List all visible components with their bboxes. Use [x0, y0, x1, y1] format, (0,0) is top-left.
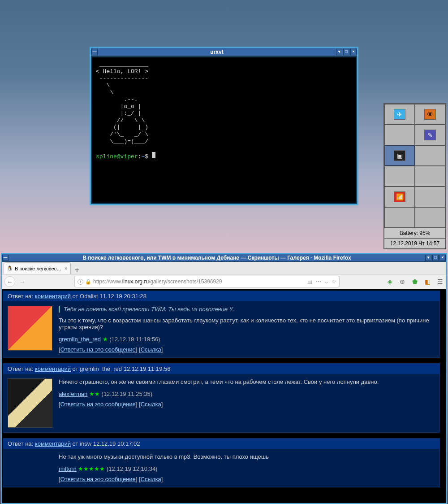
ext-1-icon[interactable]: ◈: [386, 278, 393, 285]
pager-cell-11[interactable]: [384, 207, 415, 228]
comment-date: (12.12.19 12:10:34): [105, 465, 157, 472]
prompt-user: spline@viper: [96, 153, 138, 160]
clock: 12.12.2019 Чт 14:57: [384, 238, 445, 248]
user-stars: ★: [103, 336, 108, 343]
eye-icon: 👁: [424, 109, 436, 120]
reply-prefix: Ответ на:: [8, 365, 35, 372]
reply-prefix: Ответ на:: [8, 293, 35, 300]
firefox-title: В поиске легковесного, или TWM в минимал…: [9, 255, 425, 261]
close-icon[interactable]: ×: [350, 49, 357, 55]
user-stars: ★★★★★: [78, 465, 105, 472]
dropdown-icon[interactable]: ▾: [425, 255, 431, 261]
comment-actions: [Ответить на это сообщение] [Ссылка]: [59, 346, 435, 353]
ext-4-icon[interactable]: ◧: [424, 278, 431, 285]
cowsay-top: ______________: [96, 61, 148, 68]
forum-comment: Ответ на: комментарий от gremlin_the_red…: [3, 363, 440, 433]
comment-text: Не так уж много музыки доступной только …: [59, 453, 435, 460]
firefox-titlebar[interactable]: — В поиске легковесного, или TWM в миним…: [2, 254, 446, 262]
terminal-window: — urxvt ▾ □ × ______________ < Hello, LO…: [90, 47, 358, 205]
comment-text: Ты это к тому, что с возрастом шансы зар…: [59, 317, 435, 330]
reply-to-link[interactable]: комментарий: [35, 440, 71, 447]
permalink[interactable]: Ссылка: [141, 401, 161, 408]
comment-author-link[interactable]: gremlin_the_red: [59, 336, 101, 343]
terminal-content[interactable]: ______________ < Hello, LOR! > ---------…: [91, 56, 357, 204]
reply-meta: от gremlin_the_red 12.12.19 11:19:56: [71, 365, 171, 372]
ext-3-icon[interactable]: ⬟: [411, 278, 418, 285]
minimize-icon[interactable]: —: [91, 49, 98, 55]
comment-author-link[interactable]: alexferman: [59, 391, 87, 397]
pager-cell-9[interactable]: 📶: [384, 187, 415, 207]
more-icon[interactable]: ⋯: [316, 278, 321, 285]
bookmark-icon[interactable]: ☆: [332, 278, 336, 285]
pocket-icon[interactable]: ⌵: [325, 278, 328, 285]
terminal-icon: ▣: [394, 150, 405, 161]
comment-date: (12.12.19 11:19:56): [108, 336, 160, 343]
reply-to-link[interactable]: комментарий: [35, 293, 71, 300]
reply-link[interactable]: Ответить на это сообщение: [60, 476, 136, 482]
pager-cell-7[interactable]: [384, 166, 415, 187]
reply-link[interactable]: Ответить на это сообщение: [60, 401, 136, 408]
reply-meta: от insw 12.12.19 10:17:02: [71, 440, 140, 447]
pager-cell-1[interactable]: ✈: [384, 104, 415, 125]
page-content[interactable]: Ответ на: комментарий от Odalist 11.12.1…: [2, 289, 446, 503]
pager-cell-10[interactable]: [415, 187, 445, 207]
comment-header: Ответ на: комментарий от insw 12.12.19 1…: [3, 439, 439, 449]
ext-2-icon[interactable]: ⊕: [399, 278, 406, 285]
cowsay-tux: \ \ .--. |o_o | |:_/ | // \ \ (| | ) /'\…: [96, 82, 148, 145]
forum-comment: Ответ на: комментарий от insw 12.12.19 1…: [3, 438, 440, 487]
avatar: [8, 306, 52, 351]
pager-cell-6[interactable]: [415, 145, 445, 166]
terminal-titlebar[interactable]: — urxvt ▾ □ ×: [91, 48, 357, 56]
url-text: https://www.linux.org.ru/gallery/screens…: [93, 278, 306, 285]
permalink[interactable]: Ссылка: [141, 346, 161, 353]
telegram-icon: ✈: [394, 109, 405, 120]
site-info-icon[interactable]: i: [78, 279, 83, 285]
lock-icon: 🔒: [85, 279, 91, 285]
cursor-icon: [152, 152, 155, 158]
address-bar[interactable]: i 🔒 https://www.linux.org.ru/gallery/scr…: [74, 276, 340, 287]
tab-strip: 🐧 В поиске легковесного × +: [2, 262, 446, 274]
forum-comment: Ответ на: комментарий от Odalist 11.12.1…: [3, 291, 440, 358]
battery-status: Battery: 95%: [384, 228, 445, 238]
firefox-window: — В поиске легковесного, или TWM в миним…: [1, 253, 447, 504]
reply-link[interactable]: Ответить на это сообщение: [60, 346, 136, 353]
comment-header: Ответ на: комментарий от Odalist 11.12.1…: [3, 291, 439, 301]
prompt-char: $: [145, 153, 148, 160]
pager-cell-8[interactable]: [415, 166, 445, 187]
reader-icon[interactable]: ▤: [307, 278, 312, 285]
browser-tab[interactable]: 🐧 В поиске легковесного ×: [4, 262, 71, 274]
tab-close-icon[interactable]: ×: [64, 265, 68, 272]
close-icon[interactable]: ×: [439, 255, 446, 261]
new-tab-button[interactable]: +: [71, 266, 83, 274]
maximize-icon[interactable]: □: [432, 255, 439, 261]
comment-actions: [Ответить на это сообщение] [Ссылка]: [59, 476, 435, 482]
wifi-icon: 📶: [394, 191, 405, 202]
comment-text: Ничего страшного, он же не своими глазам…: [59, 378, 435, 385]
comment-header: Ответ на: комментарий от gremlin_the_red…: [3, 364, 439, 374]
forward-button[interactable]: →: [17, 276, 28, 287]
dropdown-icon[interactable]: ▾: [336, 49, 342, 55]
maximize-icon[interactable]: □: [343, 49, 349, 55]
permalink[interactable]: Ссылка: [141, 476, 161, 482]
comment-date: (12.12.19 11:25:35): [100, 391, 152, 397]
reply-meta: от Odalist 11.12.19 20:31:28: [71, 293, 146, 300]
user-stars: ★★: [89, 391, 100, 397]
pager-cell-4[interactable]: ✎: [415, 125, 445, 145]
back-button[interactable]: ←: [4, 276, 15, 287]
favicon-icon: 🐧: [7, 265, 13, 271]
desktop-pager: ✈ 👁 ✎ ▣ 📶 Battery: 95% 12.12.2019 Чт 14:…: [383, 103, 446, 249]
pager-cell-12[interactable]: [415, 207, 445, 228]
reply-to-link[interactable]: комментарий: [35, 365, 71, 372]
menu-button[interactable]: ☰: [436, 278, 444, 285]
pager-cell-3[interactable]: [384, 125, 415, 145]
editor-icon: ✎: [424, 130, 436, 140]
pager-cell-2[interactable]: 👁: [415, 104, 445, 125]
terminal-title: urxvt: [98, 49, 336, 55]
comment-author-link[interactable]: mittorn: [59, 465, 77, 472]
cowsay-bottom: --------------: [96, 75, 148, 82]
avatar: [8, 378, 52, 428]
pager-cell-5-active[interactable]: ▣: [384, 145, 415, 166]
minimize-icon[interactable]: —: [2, 255, 9, 261]
comment-actions: [Ответить на это сообщение] [Ссылка]: [59, 401, 435, 408]
reply-prefix: Ответ на:: [8, 440, 35, 447]
